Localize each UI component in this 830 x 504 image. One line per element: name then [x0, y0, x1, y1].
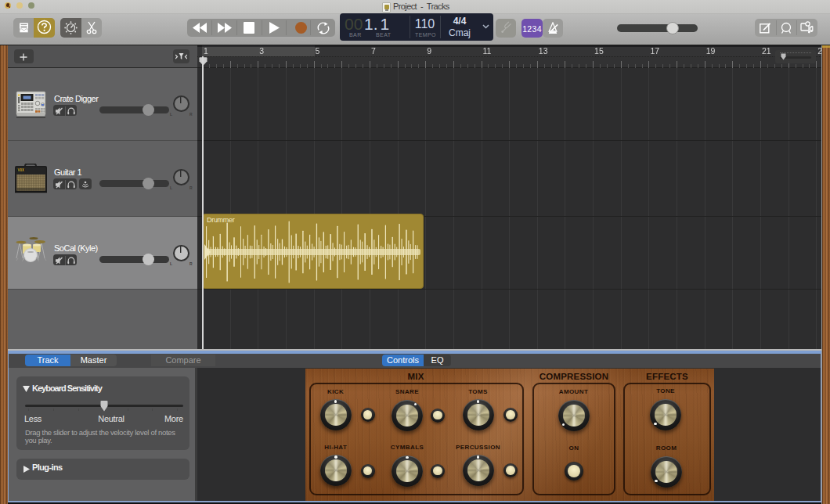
svg-text:V0X: V0X: [18, 168, 25, 172]
